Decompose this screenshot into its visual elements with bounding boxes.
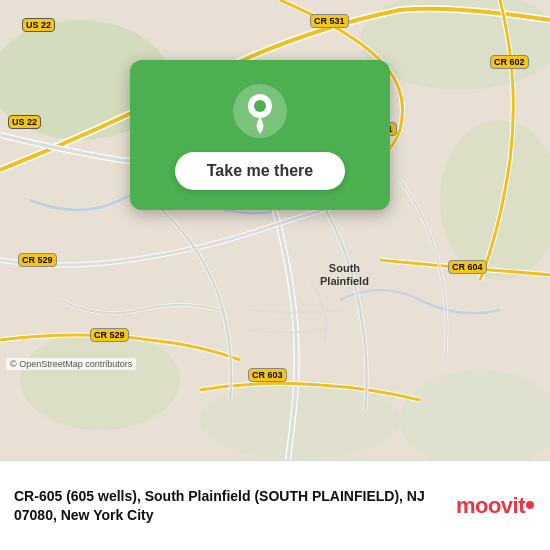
location-title: CR-605 (605 wells), South Plainfield (SO… (14, 487, 446, 523)
moovit-dot (526, 501, 534, 509)
moovit-m: m (456, 493, 475, 518)
svg-point-9 (254, 100, 266, 112)
osm-credit: © OpenStreetMap contributors (6, 358, 136, 370)
info-panel: CR-605 (605 wells), South Plainfield (SO… (0, 460, 550, 550)
moovit-logo: moovit (456, 493, 534, 519)
take-me-there-button[interactable]: Take me there (175, 152, 345, 190)
svg-point-5 (20, 330, 180, 430)
card-overlay: Take me there (130, 60, 390, 210)
moovit-logo-text: moovit (456, 493, 534, 519)
location-pin-icon (233, 84, 287, 138)
road-badge-cr603: CR 603 (248, 368, 287, 382)
road-badge-cr529-bottom: CR 529 (90, 328, 129, 342)
road-badge-cr529-left: CR 529 (18, 253, 57, 267)
info-text: CR-605 (605 wells), South Plainfield (SO… (14, 487, 456, 523)
road-badge-cr602: CR 602 (490, 55, 529, 69)
moovit-oovit: oovit (475, 493, 525, 518)
south-plainfield-label: SouthPlainfield (320, 262, 369, 288)
map-container: US 22 US 22 CR 531 CR 531 CR 602 CR 529 … (0, 0, 550, 460)
road-badge-cr604: CR 604 (448, 260, 487, 274)
road-badge-us22-top: US 22 (22, 18, 55, 32)
road-badge-cr531-top: CR 531 (310, 14, 349, 28)
road-badge-us22-left: US 22 (8, 115, 41, 129)
